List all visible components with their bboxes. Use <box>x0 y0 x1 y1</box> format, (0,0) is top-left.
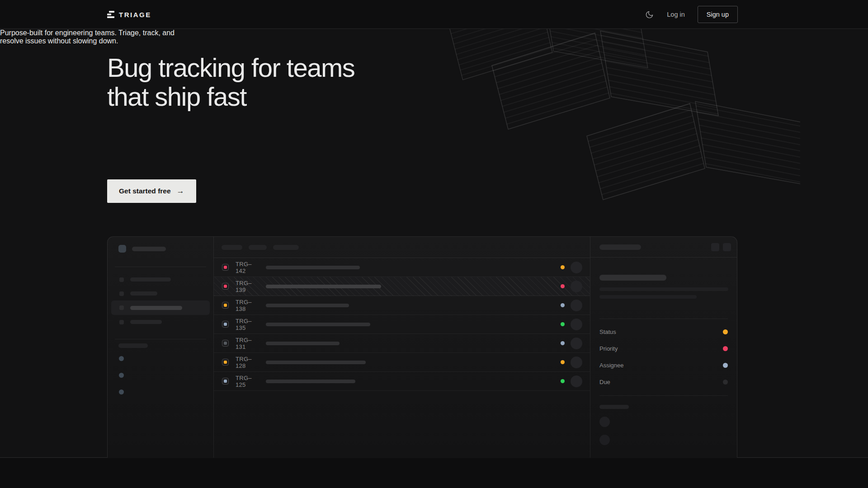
detail-field-value-dot <box>723 329 728 334</box>
issue-rows: TRG–142TRG–139TRG–138TRG–135TRG–131TRG–1… <box>214 258 590 391</box>
detail-divider <box>599 395 728 396</box>
issue-type-color <box>224 380 227 383</box>
detail-field-label: Due <box>599 379 610 385</box>
issue-type-color <box>224 342 227 345</box>
triage-bars-icon <box>107 11 114 18</box>
issue-type-color <box>224 323 227 326</box>
login-link[interactable]: Log in <box>667 11 685 18</box>
sidebar-item-label-skeleton <box>130 291 157 296</box>
detail-divider <box>599 319 728 319</box>
project-dot <box>119 389 124 394</box>
arrow-right-icon: → <box>177 187 184 196</box>
nav-bar: TRIAGE Log in Sign up <box>0 0 868 29</box>
issue-type-icon <box>222 359 229 366</box>
assignee-avatar <box>571 281 582 292</box>
issue-title-skeleton <box>266 304 349 307</box>
app-mockup: TRG–142TRG–139TRG–138TRG–135TRG–131TRG–1… <box>107 236 737 458</box>
subtitle-line-2: resolve issues without slowing down. <box>0 37 868 45</box>
assignee-avatar <box>571 319 582 330</box>
sidebar-item-icon-skeleton <box>119 291 124 296</box>
issue-row-meta <box>561 319 582 330</box>
nav-inner: TRIAGE Log in Sign up <box>107 0 738 29</box>
moon-icon <box>645 10 654 19</box>
detail-field-value-dot <box>723 380 728 385</box>
issue-type-icon <box>222 264 229 271</box>
issue-title-skeleton <box>266 361 366 364</box>
detail-action-button <box>711 243 719 251</box>
get-started-button[interactable]: Get started free → <box>107 179 196 203</box>
footer <box>0 458 868 488</box>
workspace-row <box>108 237 213 253</box>
detail-header <box>590 237 737 258</box>
status-dot <box>561 265 565 269</box>
issue-type-icon <box>222 283 229 290</box>
sidebar-item-icon-skeleton <box>119 305 124 310</box>
issue-row-meta <box>561 357 582 368</box>
issue-type-icon <box>222 378 229 385</box>
comment-avatar <box>599 417 610 427</box>
detail-field-label: Assignee <box>599 362 623 369</box>
filter-pill-skeleton <box>249 245 267 250</box>
issue-id: TRG–139 <box>236 280 259 293</box>
issue-id: TRG–138 <box>236 299 259 312</box>
assignee-avatar <box>571 357 582 368</box>
issue-row-meta <box>561 281 582 292</box>
sidebar-nav-items <box>108 272 213 329</box>
issue-title-skeleton <box>266 266 360 269</box>
detail-field-value-dot <box>723 346 728 351</box>
detail-text-skeleton <box>599 295 697 299</box>
detail-title-skeleton <box>599 275 666 281</box>
issue-title-skeleton <box>266 342 340 345</box>
issue-type-color <box>224 361 227 364</box>
assignee-avatar <box>571 262 582 273</box>
sidebar-divider <box>115 267 206 267</box>
hero-section: Bug tracking for teams that ship fast Pu… <box>0 29 868 458</box>
issue-row: TRG–139 <box>214 277 590 296</box>
project-dot <box>119 373 124 378</box>
status-dot <box>561 303 565 307</box>
assignee-avatar <box>571 300 582 311</box>
nav-actions: Log in Sign up <box>644 6 738 23</box>
sidebar-item-icon-skeleton <box>119 320 124 324</box>
issue-title-skeleton <box>266 285 381 288</box>
sidebar-item-label-skeleton <box>130 306 182 310</box>
status-dot <box>561 341 565 345</box>
workspace-name-skeleton <box>132 247 166 251</box>
issue-type-icon <box>222 321 229 328</box>
issue-row: TRG–125 <box>214 372 590 391</box>
issue-type-color <box>224 285 227 288</box>
detail-breadcrumb-skeleton <box>599 244 641 250</box>
theme-toggle-button[interactable] <box>644 9 654 19</box>
sidebar-item-label-skeleton <box>130 320 162 324</box>
detail-header-buttons <box>711 243 731 251</box>
issue-title-skeleton <box>266 323 370 326</box>
detail-field-row: Priority <box>599 340 728 357</box>
issue-row: TRG–131 <box>214 334 590 353</box>
detail-field-value-dot <box>723 363 728 368</box>
title-line-1: Bug tracking for teams <box>107 53 354 82</box>
status-dot <box>561 360 565 364</box>
assignee-avatar <box>571 375 582 387</box>
detail-field-label: Status <box>599 328 616 335</box>
detail-fields: StatusPriorityAssigneeDue <box>599 324 728 390</box>
sidebar-item <box>108 272 213 286</box>
brand-logo[interactable]: TRIAGE <box>107 11 151 19</box>
sidebar-item <box>108 286 213 300</box>
sidebar-divider <box>115 339 206 339</box>
sidebar-item <box>108 315 213 329</box>
cta-label: Get started free <box>119 187 171 195</box>
detail-field-row: Status <box>599 324 728 340</box>
comment-avatar <box>599 435 610 445</box>
signup-button[interactable]: Sign up <box>698 6 738 23</box>
detail-action-button <box>723 243 731 251</box>
wireframe-slabs-graphic <box>443 29 800 223</box>
issue-row-meta <box>561 300 582 311</box>
subtitle-line-1: Purpose-built for engineering teams. Tri… <box>0 29 868 37</box>
issue-row: TRG–142 <box>214 258 590 277</box>
issue-row-meta <box>561 262 582 273</box>
mockup-issue-list: TRG–142TRG–139TRG–138TRG–135TRG–131TRG–1… <box>214 237 590 458</box>
assignee-avatar <box>571 338 582 349</box>
issue-type-icon <box>222 340 229 347</box>
issue-type-icon <box>222 302 229 309</box>
detail-field-label: Priority <box>599 345 618 352</box>
